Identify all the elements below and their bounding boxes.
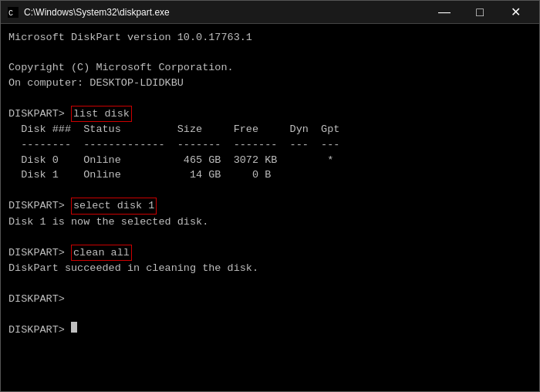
- prompt5-line: DISKPART>: [8, 322, 532, 338]
- result2-line: Disk 1 is now the selected disk.: [8, 215, 532, 230]
- cmd1-text: list disk: [71, 106, 132, 123]
- svg-text:C: C: [8, 9, 13, 18]
- cmd3-line: DISKPART> clean all: [8, 245, 532, 262]
- blank-line-4: [8, 229, 532, 245]
- prompt-2: DISKPART>: [8, 198, 71, 214]
- blank-line-6: [8, 306, 532, 322]
- blank-line-3: [8, 183, 532, 198]
- cursor: [71, 322, 77, 333]
- maximize-button[interactable]: □: [462, 1, 498, 24]
- disk1-line: Disk 1 Online 14 GB 0 B: [8, 167, 532, 183]
- blank-line-5: [8, 276, 532, 292]
- copyright-line: Copyright (C) Microsoft Corporation.: [8, 60, 532, 76]
- table-header-line: Disk ### Status Size Free Dyn Gpt: [8, 122, 532, 137]
- blank-line-1: [8, 46, 532, 61]
- window-title: C:\Windows\System32\diskpart.exe: [24, 7, 427, 18]
- window: C C:\Windows\System32\diskpart.exe — □ ✕…: [0, 0, 540, 392]
- prompt4-line: DISKPART>: [8, 292, 532, 307]
- prompt-3: DISKPART>: [8, 245, 71, 261]
- prompt-4: DISKPART>: [8, 292, 65, 307]
- cmd3-text: clean all: [71, 245, 132, 262]
- cmd2-text: select disk 1: [71, 198, 157, 215]
- prompt-1: DISKPART>: [8, 106, 71, 122]
- cmd1-line: DISKPART> list disk: [8, 106, 532, 123]
- window-controls: — □ ✕: [427, 1, 533, 24]
- prompt-5: DISKPART>: [8, 323, 71, 338]
- cmd2-line: DISKPART> select disk 1: [8, 198, 532, 215]
- table-sep-line: -------- ------------- ------- ------- -…: [8, 137, 532, 153]
- disk0-line: Disk 0 Online 465 GB 3072 KB *: [8, 153, 532, 168]
- blank-line-2: [8, 90, 532, 106]
- close-button[interactable]: ✕: [498, 1, 533, 24]
- minimize-button[interactable]: —: [427, 1, 462, 24]
- terminal-body[interactable]: Microsoft DiskPart version 10.0.17763.1 …: [1, 24, 539, 391]
- title-bar: C C:\Windows\System32\diskpart.exe — □ ✕: [1, 1, 539, 24]
- version-line: Microsoft DiskPart version 10.0.17763.1: [8, 30, 532, 46]
- computer-line: On computer: DESKTOP-LDIDKBU: [8, 76, 532, 91]
- app-icon: C: [7, 6, 19, 19]
- result3-line: DiskPart succeeded in cleaning the disk.: [8, 261, 532, 276]
